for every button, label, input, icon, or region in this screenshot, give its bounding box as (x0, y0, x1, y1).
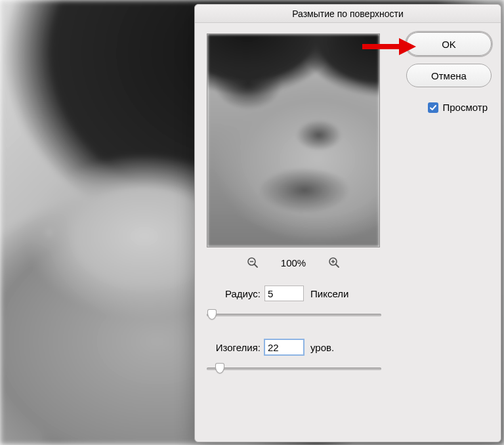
zoom-out-icon[interactable] (247, 257, 259, 268)
radius-row: Радиус: Пиксели (207, 286, 384, 301)
threshold-label: Изогелия: (207, 342, 261, 353)
ok-button[interactable]: OK (406, 32, 492, 56)
slider-track (207, 314, 381, 316)
slider-track (207, 368, 381, 370)
zoom-in-icon[interactable] (328, 257, 340, 268)
threshold-slider[interactable] (207, 360, 381, 376)
radius-label: Радиус: (207, 288, 261, 299)
preview-checkbox-row[interactable]: Просмотр (428, 102, 492, 113)
threshold-input[interactable] (264, 339, 304, 355)
radius-unit: Пиксели (310, 288, 348, 299)
svg-line-4 (336, 265, 339, 268)
cancel-button[interactable]: Отмена (406, 64, 492, 87)
dialog-title: Размытие по поверхности (195, 5, 501, 23)
dialog-content: 100% Радиус: Пиксели Изогелия: уров. OK … (195, 23, 501, 387)
threshold-unit: уров. (310, 342, 334, 353)
preview-image (207, 34, 379, 247)
svg-line-1 (254, 265, 257, 268)
preview-area[interactable] (207, 33, 380, 247)
checkbox-checked-icon[interactable] (428, 102, 438, 113)
slider-thumb[interactable] (207, 309, 217, 320)
zoom-controls: 100% (207, 257, 380, 268)
threshold-row: Изогелия: уров. (207, 339, 384, 355)
radius-slider[interactable] (207, 307, 381, 322)
preview-checkbox-label: Просмотр (442, 102, 488, 113)
dialog-buttons: OK Отмена Просмотр (393, 32, 492, 113)
surface-blur-dialog: Размытие по поверхности 100% Радиус: Пик… (194, 4, 501, 442)
zoom-level: 100% (281, 257, 306, 268)
slider-thumb[interactable] (215, 363, 224, 373)
radius-input[interactable] (264, 286, 304, 301)
